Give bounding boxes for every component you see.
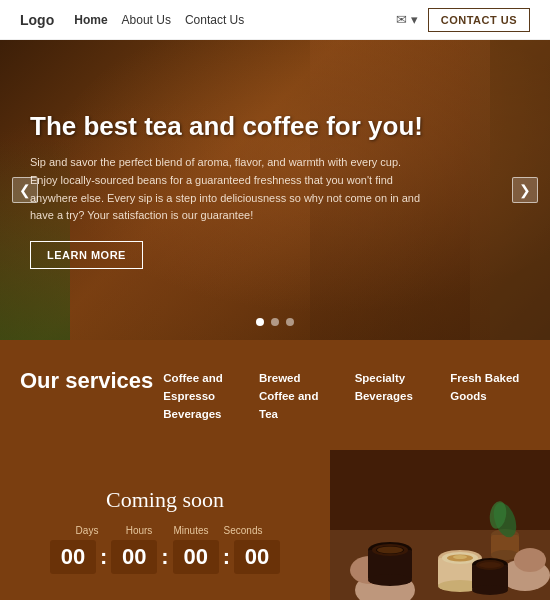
coming-soon-left: Coming soon Days Hours Minutes Seconds 0…	[0, 450, 330, 600]
label-minutes: Minutes	[165, 525, 217, 536]
navbar: Logo Home About Us Contact Us ✉ ▾ CONTAC…	[0, 0, 550, 40]
service-name-3: Specialty Beverages	[355, 372, 413, 402]
service-item-4: Fresh Baked Goods	[450, 368, 530, 422]
countdown-minutes: 00	[173, 540, 219, 574]
arrow-left-icon: ❮	[19, 182, 31, 198]
service-name-4: Fresh Baked Goods	[450, 372, 519, 402]
hero-title: The best tea and coffee for you!	[30, 111, 450, 142]
colon-1: :	[100, 544, 107, 570]
countdown-days: 00	[50, 540, 96, 574]
colon-3: :	[223, 544, 230, 570]
coffee-photo	[330, 450, 550, 600]
learn-more-button[interactable]: LEARN MORE	[30, 241, 143, 269]
hero-dot-2[interactable]	[271, 318, 279, 326]
nav-link-contact[interactable]: Contact Us	[185, 13, 244, 27]
colon-2: :	[161, 544, 168, 570]
label-seconds: Seconds	[217, 525, 269, 536]
nav-link-home[interactable]: Home	[74, 13, 107, 27]
label-days: Days	[61, 525, 113, 536]
hero-content: The best tea and coffee for you! Sip and…	[30, 111, 450, 269]
nav-link-about[interactable]: About Us	[122, 13, 171, 27]
coming-soon-photo	[330, 450, 550, 600]
label-hours: Hours	[113, 525, 165, 536]
hero-description: Sip and savor the perfect blend of aroma…	[30, 154, 430, 224]
nav-logo: Logo	[20, 12, 54, 28]
countdown-values: 00 : 00 : 00 : 00	[50, 540, 280, 574]
hero-prev-button[interactable]: ❮	[12, 177, 38, 203]
service-item-2: Brewed Coffee and Tea	[259, 368, 339, 422]
hero-dot-3[interactable]	[286, 318, 294, 326]
contact-button[interactable]: CONTACT US	[428, 8, 530, 32]
nav-left: Logo Home About Us Contact Us	[20, 12, 244, 28]
countdown-hours: 00	[111, 540, 157, 574]
countdown-labels: Days Hours Minutes Seconds	[61, 525, 269, 536]
services-title: Our services	[20, 368, 153, 394]
hero-section: ❮ The best tea and coffee for you! Sip a…	[0, 40, 550, 340]
nav-right: ✉ ▾ CONTACT US	[396, 8, 530, 32]
coming-soon-section: Coming soon Days Hours Minutes Seconds 0…	[0, 450, 550, 600]
svg-rect-28	[330, 450, 550, 600]
hero-dot-1[interactable]	[256, 318, 264, 326]
service-item-1: Coffee and Espresso Beverages	[163, 368, 243, 422]
service-name-1: Coffee and Espresso Beverages	[163, 372, 222, 420]
services-items: Coffee and Espresso Beverages Brewed Cof…	[163, 368, 530, 422]
countdown-seconds: 00	[234, 540, 280, 574]
nav-links: Home About Us Contact Us	[74, 13, 244, 27]
mail-icon[interactable]: ✉ ▾	[396, 12, 418, 27]
services-section: Our services Coffee and Espresso Beverag…	[0, 340, 550, 450]
service-name-2: Brewed Coffee and Tea	[259, 372, 318, 420]
coming-soon-title: Coming soon	[106, 487, 224, 513]
service-item-3: Specialty Beverages	[355, 368, 435, 422]
hero-dots	[256, 318, 294, 326]
hero-next-button[interactable]: ❯	[512, 177, 538, 203]
arrow-right-icon: ❯	[519, 182, 531, 198]
coffee-scene-svg	[330, 450, 550, 600]
